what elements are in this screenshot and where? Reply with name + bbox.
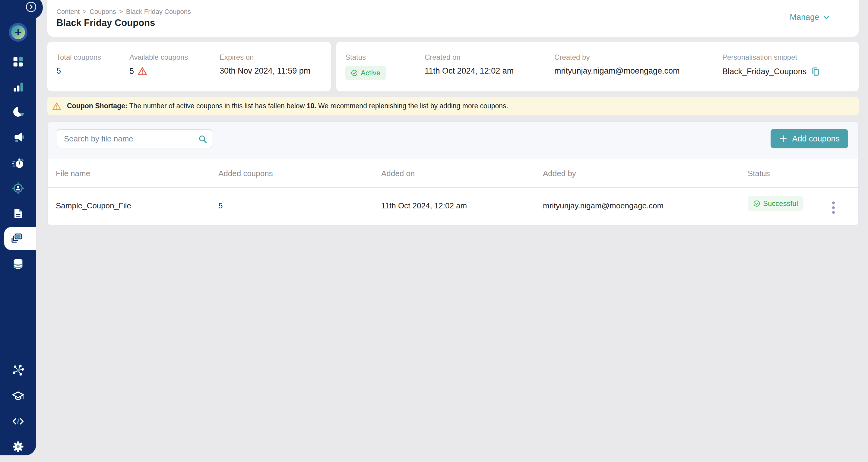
sidebar-item-templates[interactable] xyxy=(11,207,25,220)
cell-status: Successful xyxy=(748,196,803,211)
search-icon[interactable] xyxy=(198,134,208,144)
search-box xyxy=(57,129,212,148)
manage-label: Manage xyxy=(789,13,819,22)
breadcrumb-separator: > xyxy=(119,8,123,16)
dashboard-grid-icon xyxy=(11,55,25,68)
table-toolbar: Add coupons xyxy=(48,122,858,159)
audience-target-icon xyxy=(11,182,25,195)
created-on-value: 11th Oct 2024, 12:02 am xyxy=(425,66,514,76)
sidebar-item-academy[interactable] xyxy=(11,390,25,403)
details-summary-card: Status Active Created on 11th Oct 2024, … xyxy=(336,41,859,91)
sidebar-item-content-active[interactable] xyxy=(4,227,36,250)
megaphone-icon xyxy=(11,130,25,144)
status-label: Status xyxy=(345,53,386,62)
personalisation-snippet-value: Black_Friday_Coupons xyxy=(722,67,806,76)
developer-code-icon xyxy=(11,414,25,428)
row-actions-menu[interactable] xyxy=(827,198,839,217)
sidebar-item-campaigns[interactable] xyxy=(11,130,25,144)
sidebar-expand-button[interactable] xyxy=(25,1,37,13)
sidebar-item-analytics[interactable] xyxy=(11,80,25,93)
created-on-field: Created on 11th Oct 2024, 12:02 am xyxy=(425,53,514,76)
stopwatch-icon xyxy=(11,156,25,170)
sidebar-item-flows[interactable] xyxy=(11,156,25,170)
check-circle-icon xyxy=(753,200,760,207)
coupons-page: Content>Coupons>Black Friday Coupons Bla… xyxy=(0,0,868,462)
breadcrumb-separator: > xyxy=(83,8,87,16)
successful-badge-label: Successful xyxy=(763,199,798,208)
banner-warning-icon xyxy=(52,102,61,111)
sidebar-item-developer[interactable] xyxy=(11,414,25,428)
plus-icon xyxy=(11,25,25,39)
status-badge: Active xyxy=(345,66,386,80)
create-button[interactable] xyxy=(9,23,27,41)
plus-icon xyxy=(779,134,787,143)
document-icon xyxy=(11,207,25,220)
cell-added-coupons: 5 xyxy=(218,201,223,211)
table-header-row: File name Added coupons Added on Added b… xyxy=(48,159,858,188)
table-row: Sample_Coupon_File 5 11th Oct 2024, 12:0… xyxy=(48,188,858,226)
column-header-added-coupons: Added coupons xyxy=(218,169,273,178)
copy-icon[interactable] xyxy=(810,66,820,76)
available-coupons-value: 5 xyxy=(129,67,134,76)
sidebar-item-dashboard[interactable] xyxy=(11,55,25,68)
column-header-added-by: Added by xyxy=(543,169,576,178)
bar-chart-icon xyxy=(11,80,25,93)
cell-added-on: 11th Oct 2024, 12:02 am xyxy=(381,201,467,211)
sidebar-item-data[interactable] xyxy=(11,257,25,271)
total-coupons-label: Total coupons xyxy=(56,53,101,62)
page-title: Black Friday Coupons xyxy=(56,18,155,28)
breadcrumb-coupons[interactable]: Coupons xyxy=(90,8,116,16)
sidebar xyxy=(0,0,36,455)
sidebar-item-integrations[interactable] xyxy=(11,364,25,377)
banner-title: Coupon Shortage: xyxy=(67,102,128,110)
personalisation-snippet-label: Personalisation snippet xyxy=(722,53,820,62)
personalisation-snippet-field: Personalisation snippet Black_Friday_Cou… xyxy=(722,53,820,76)
manage-dropdown-button[interactable]: Manage xyxy=(789,13,830,22)
column-header-added-on: Added on xyxy=(381,169,415,178)
created-on-label: Created on xyxy=(425,53,514,62)
content-layers-icon xyxy=(10,232,24,245)
column-header-status: Status xyxy=(748,169,770,178)
banner-message: Coupon Shortage: The number of active co… xyxy=(67,102,508,110)
column-header-file-name: File name xyxy=(56,169,90,178)
created-by-value: mrityunjay.nigam@moengage.com xyxy=(554,66,680,76)
expires-on-field: Expires on 30th Nov 2024, 11:59 pm xyxy=(220,53,310,76)
available-coupons-field: Available coupons 5 xyxy=(129,53,188,76)
total-coupons-value: 5 xyxy=(56,66,101,76)
coupons-summary-card: Total coupons 5 Available coupons 5 Expi… xyxy=(48,41,331,91)
page-header: Content>Coupons>Black Friday Coupons Bla… xyxy=(48,0,859,37)
breadcrumb-current: Black Friday Coupons xyxy=(126,8,191,16)
cell-added-by: mrityunjay.nigam@moengage.com xyxy=(543,201,663,211)
created-by-label: Created by xyxy=(554,53,680,62)
total-coupons-field: Total coupons 5 xyxy=(56,53,101,76)
expires-on-label: Expires on xyxy=(220,53,310,62)
kebab-dot xyxy=(832,211,835,214)
integrations-network-icon xyxy=(11,364,25,377)
breadcrumb-content[interactable]: Content xyxy=(56,8,80,16)
sidebar-item-settings[interactable] xyxy=(11,440,25,453)
coupon-shortage-banner: Coupon Shortage: The number of active co… xyxy=(48,97,859,115)
pie-chart-icon xyxy=(11,105,25,119)
search-input[interactable] xyxy=(57,130,212,148)
settings-gear-icon xyxy=(11,440,25,453)
kebab-dot xyxy=(832,206,835,209)
status-field: Status Active xyxy=(345,53,386,80)
add-coupons-label: Add coupons xyxy=(792,134,840,144)
chevron-right-circle-icon xyxy=(25,1,37,13)
database-icon xyxy=(11,257,25,271)
sidebar-item-reports[interactable] xyxy=(11,105,25,119)
add-coupons-button[interactable]: Add coupons xyxy=(771,129,848,148)
cell-file-name: Sample_Coupon_File xyxy=(56,201,131,211)
coupon-files-section: Add coupons File name Added coupons Adde… xyxy=(48,122,859,225)
kebab-dot xyxy=(832,202,835,204)
low-coupons-warning-icon xyxy=(137,66,147,76)
created-by-field: Created by mrityunjay.nigam@moengage.com xyxy=(554,53,680,76)
expires-on-value: 30th Nov 2024, 11:59 pm xyxy=(220,66,310,76)
available-coupons-label: Available coupons xyxy=(129,53,188,62)
successful-badge: Successful xyxy=(748,196,803,211)
status-badge-label: Active xyxy=(361,69,380,77)
sidebar-item-audience[interactable] xyxy=(11,182,25,195)
breadcrumb: Content>Coupons>Black Friday Coupons xyxy=(56,8,191,16)
academy-graduation-icon xyxy=(11,390,25,403)
chevron-down-icon xyxy=(823,14,830,21)
